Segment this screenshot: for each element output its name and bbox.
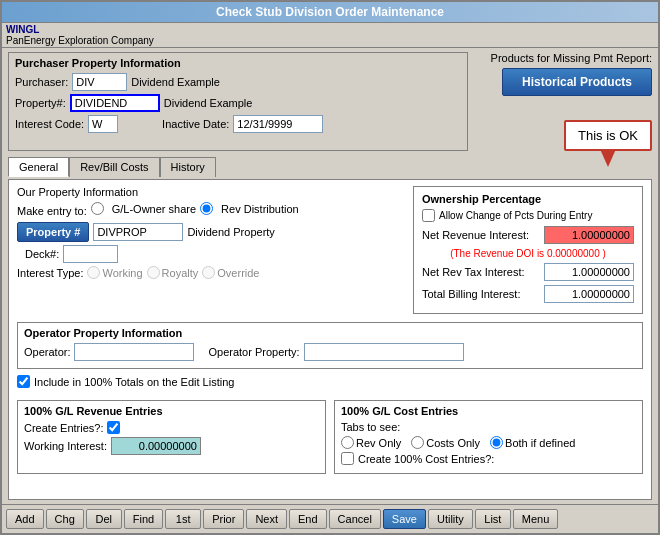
operator-section-title: Operator Property Information: [24, 327, 636, 339]
working-interest-input[interactable]: [111, 437, 201, 455]
main-content-area: Purchaser Property Information Purchaser…: [2, 48, 658, 504]
create-cost-row: Create 100% Cost Entries?:: [341, 452, 636, 465]
historical-products-button[interactable]: Historical Products: [502, 68, 652, 96]
include-100-checkbox[interactable]: [17, 375, 30, 388]
tooltip-arrow: [600, 149, 616, 167]
total-billing-label: Total Billing Interest:: [422, 288, 520, 300]
main-columns: Our Property Information Make entry to: …: [17, 186, 643, 314]
tab-history[interactable]: History: [160, 157, 216, 177]
first-button[interactable]: 1st: [165, 509, 201, 529]
net-rev-tax-row: Net Rev Tax Interest:: [422, 263, 634, 281]
working-radio[interactable]: [87, 266, 100, 279]
allow-change-label: Allow Change of Pcts During Entry: [439, 210, 592, 221]
chg-button[interactable]: Chg: [46, 509, 84, 529]
create-cost-label: Create 100% Cost Entries?:: [358, 453, 494, 465]
bottom-sections: 100% G/L Revenue Entries Create Entries?…: [17, 400, 643, 474]
operator-input[interactable]: [74, 343, 194, 361]
tabs-row: General Rev/Bill Costs History: [8, 157, 652, 177]
cost-radio-row: Rev Only Costs Only Both if defined: [341, 436, 636, 449]
working-interest-label: Working Interest:: [24, 440, 107, 452]
window-title: Check Stub Division Order Maintenance: [216, 5, 444, 19]
property-label: Property#:: [15, 97, 66, 109]
prior-button[interactable]: Prior: [203, 509, 244, 529]
app-name: WINGL PanEnergy Exploration Company: [6, 24, 154, 46]
rev-only-label[interactable]: Rev Only: [341, 436, 401, 449]
costs-only-label[interactable]: Costs Only: [411, 436, 480, 449]
utility-button[interactable]: Utility: [428, 509, 473, 529]
royalty-radio-label[interactable]: Royalty: [147, 266, 199, 279]
gl-owner-label: G/L-Owner share: [112, 203, 196, 215]
override-radio[interactable]: [202, 266, 215, 279]
create-entries-label: Create Entries?:: [24, 422, 103, 434]
operator-row: Operator: Operator Property:: [24, 343, 636, 361]
tabs-to-see-row: Tabs to see:: [341, 421, 636, 433]
net-revenue-label: Net Revenue Interest:: [422, 229, 529, 241]
total-billing-input[interactable]: [544, 285, 634, 303]
property-desc: Dividend Example: [164, 97, 253, 109]
divprop-input[interactable]: [93, 223, 183, 241]
net-revenue-row: Net Revenue Interest:: [422, 226, 634, 244]
working-label: Working: [102, 267, 142, 279]
costs-only-text: Costs Only: [426, 437, 480, 449]
create-entries-checkbox[interactable]: [107, 421, 120, 434]
interest-code-input[interactable]: [88, 115, 118, 133]
net-revenue-input[interactable]: [544, 226, 634, 244]
allow-change-checkbox[interactable]: [422, 209, 435, 222]
create-cost-checkbox[interactable]: [341, 452, 354, 465]
purchaser-input[interactable]: [72, 73, 127, 91]
override-radio-label[interactable]: Override: [202, 266, 259, 279]
ownership-title: Ownership Percentage: [422, 193, 634, 205]
gl-owner-radio[interactable]: [91, 202, 104, 215]
purchaser-section: Purchaser Property Information Purchaser…: [8, 52, 468, 151]
purchaser-section-title: Purchaser Property Information: [15, 57, 461, 69]
property-btn-row: Property # Dividend Property: [17, 222, 405, 242]
operator-property-input[interactable]: [304, 343, 464, 361]
operator-label: Operator:: [24, 346, 70, 358]
products-label: Products for Missing Pmt Report:: [491, 52, 652, 64]
rev-dist-radio-label[interactable]: Rev Distribution: [200, 202, 299, 215]
net-rev-tax-label: Net Rev Tax Interest:: [422, 266, 525, 278]
del-button[interactable]: Del: [86, 509, 122, 529]
costs-only-radio[interactable]: [411, 436, 424, 449]
rev-only-radio[interactable]: [341, 436, 354, 449]
app-bar: WINGL PanEnergy Exploration Company: [2, 23, 658, 48]
both-if-defined-label[interactable]: Both if defined: [490, 436, 575, 449]
property-number-button[interactable]: Property #: [17, 222, 89, 242]
gl-owner-radio-label[interactable]: G/L-Owner share: [91, 202, 196, 215]
tab-general[interactable]: General: [8, 157, 69, 177]
gl-revenue-title: 100% G/L Revenue Entries: [24, 405, 319, 417]
working-interest-row: Working Interest:: [24, 437, 319, 455]
interest-code-label: Interest Code:: [15, 118, 84, 130]
royalty-radio[interactable]: [147, 266, 160, 279]
right-header-section: Products for Missing Pmt Report: Histori…: [472, 52, 652, 151]
cancel-button[interactable]: Cancel: [329, 509, 381, 529]
list-button[interactable]: List: [475, 509, 511, 529]
property-input[interactable]: [70, 94, 160, 112]
gl-revenue-section: 100% G/L Revenue Entries Create Entries?…: [17, 400, 326, 474]
deck-input[interactable]: [63, 245, 118, 263]
include-100-label: Include in 100% Totals on the Edit Listi…: [34, 376, 234, 388]
doi-text: (The Revenue DOI is 0.00000000 ): [422, 248, 634, 259]
save-button[interactable]: Save: [383, 509, 426, 529]
purchaser-row: Purchaser: Dividend Example: [15, 73, 461, 91]
find-button[interactable]: Find: [124, 509, 163, 529]
tab-content: Our Property Information Make entry to: …: [8, 179, 652, 500]
add-button[interactable]: Add: [6, 509, 44, 529]
end-button[interactable]: End: [289, 509, 327, 529]
operator-section: Operator Property Information Operator: …: [17, 322, 643, 369]
override-label: Override: [217, 267, 259, 279]
next-button[interactable]: Next: [246, 509, 287, 529]
menu-button[interactable]: Menu: [513, 509, 559, 529]
include-100-row: Include in 100% Totals on the Edit Listi…: [17, 375, 643, 388]
both-if-defined-radio[interactable]: [490, 436, 503, 449]
allow-change-row: Allow Change of Pcts During Entry: [422, 209, 634, 222]
inactive-date-input[interactable]: [233, 115, 323, 133]
toolbar: Add Chg Del Find 1st Prior Next End Canc…: [2, 504, 658, 533]
our-property-title: Our Property Information: [17, 186, 405, 198]
rev-dist-radio[interactable]: [200, 202, 213, 215]
tab-rev-bill-costs[interactable]: Rev/Bill Costs: [69, 157, 159, 177]
rev-only-text: Rev Only: [356, 437, 401, 449]
property-row: Property#: Dividend Example: [15, 94, 461, 112]
net-rev-tax-input[interactable]: [544, 263, 634, 281]
working-radio-label[interactable]: Working: [87, 266, 142, 279]
